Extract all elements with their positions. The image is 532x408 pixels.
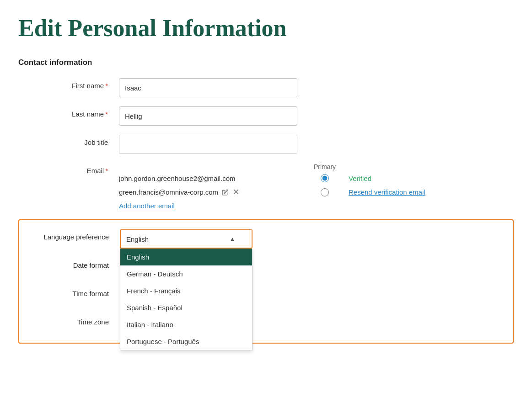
remove-email-button[interactable]: ✕ [232,187,240,197]
date-format-group: Date format [19,258,504,277]
language-option-english[interactable]: English [120,249,252,265]
add-email-button[interactable]: Add another email [119,202,175,210]
primary-label: Primary [306,163,343,170]
first-name-input[interactable] [119,78,297,97]
required-indicator: * [105,82,108,90]
time-format-group: Time format [19,286,504,305]
verified-badge: Verified [349,175,371,182]
contact-section: Contact information First name* Last nam… [18,58,514,210]
email-header-row: Primary [119,163,514,170]
required-indicator: * [105,110,108,118]
language-option-italian[interactable]: Italian - Italiano [120,316,252,333]
page-title: Edit Personal Information [18,15,514,42]
timezone-group: Time zone US & Can... [19,314,504,334]
language-select-wrapper: English ▲ English German - Deutsch Frenc… [120,229,253,249]
required-indicator: * [105,167,108,175]
first-name-group: First name* [18,78,514,97]
last-name-input[interactable] [119,106,297,126]
email-row-2: green.francis@omniva-corp.com ✕ Resend v… [119,187,514,197]
date-format-label: Date format [19,258,120,269]
email-address-1: john.gordon.greenhouse2@gmail.com [119,175,297,182]
job-title-group: Job title [18,135,514,154]
last-name-label: Last name* [18,106,119,118]
email-primary-radio-2[interactable] [306,188,343,196]
language-option-french[interactable]: French - Français [120,282,252,299]
first-name-label: First name* [18,78,119,90]
add-email-row: Add another email [119,202,514,210]
email-section: Email* Primary john.gordon.greenhouse2@g… [18,163,514,210]
edit-email-button[interactable] [221,188,229,196]
language-pref-group: Language preference English ▲ English Ge… [19,229,504,249]
job-title-label: Job title [18,135,119,146]
language-option-german[interactable]: German - Deutsch [120,265,252,282]
chevron-up-icon: ▲ [230,236,235,242]
language-select-trigger[interactable]: English ▲ [120,229,253,249]
job-title-input[interactable] [119,135,297,154]
language-pref-label: Language preference [19,229,120,241]
email-address-2: green.francis@omniva-corp.com ✕ [119,187,297,197]
language-option-spanish[interactable]: Spanish - Español [120,299,252,316]
section-title: Contact information [18,58,514,67]
email-row: john.gordon.greenhouse2@gmail.com Verifi… [119,174,514,182]
timezone-label: Time zone [19,314,120,326]
email-label: Email* [18,163,119,175]
time-format-label: Time format [19,286,120,297]
email-content: Primary john.gordon.greenhouse2@gmail.co… [119,163,514,210]
resend-verification-button[interactable]: Resend verification email [349,188,425,196]
language-option-portuguese[interactable]: Portuguese - Português [120,333,252,350]
language-dropdown-menu: English German - Deutsch French - França… [120,249,253,350]
language-selected-value: English [126,235,149,243]
language-preference-section: Language preference English ▲ English Ge… [18,219,514,344]
email-primary-radio-1[interactable] [306,174,343,182]
last-name-group: Last name* [18,106,514,126]
